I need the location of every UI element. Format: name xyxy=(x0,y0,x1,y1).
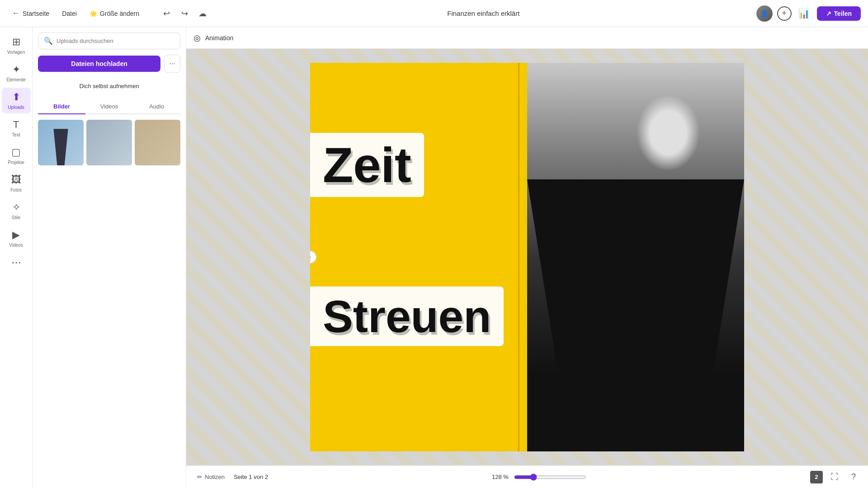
sidebar-label-projekte: Projekte xyxy=(8,160,24,165)
redo-icon: ↪ xyxy=(181,9,188,19)
back-button[interactable]: ← Startseite xyxy=(7,6,54,21)
plus-icon: + xyxy=(782,9,787,18)
cloud-save-button[interactable]: ☁ xyxy=(194,5,211,22)
sidebar-label-videos: Videos xyxy=(9,243,23,248)
sidebar-label-stile: Stile xyxy=(12,215,20,220)
sidebar-item-fotos[interactable]: 🖼 Fotos xyxy=(2,170,31,196)
search-icon: 🔍 xyxy=(44,37,53,45)
bottom-right: 2 ⛶ ? xyxy=(810,470,861,484)
back-label: Startseite xyxy=(23,10,49,17)
vertical-line xyxy=(518,63,519,451)
styles-icon: ✧ xyxy=(12,202,20,213)
media-tabs: Bilder Videos Audio xyxy=(38,99,180,114)
ellipsis-icon: ··· xyxy=(169,60,175,68)
canvas-page: Zeit Streuen ‹ xyxy=(186,49,868,465)
sidebar-label-vorlagen: Vorlagen xyxy=(7,50,25,55)
topbar: ← Startseite Datei 🌟 Größe ändern ↩ ↪ ☁ … xyxy=(0,0,868,27)
sidebar-label-uploads: Uploads xyxy=(8,105,24,110)
notizen-label: Notizen xyxy=(205,474,225,480)
topbar-right-actions: 👤 + 📊 ↗ Teilen xyxy=(756,5,861,22)
thumb-person-1 xyxy=(52,129,70,165)
help-button[interactable]: ? xyxy=(846,470,861,484)
undo-icon: ↩ xyxy=(163,9,170,19)
upload-row: Dateien hochladen ··· xyxy=(38,55,180,73)
videos-icon: ▶ xyxy=(12,229,20,241)
text-streuven: Streuen xyxy=(323,294,491,339)
resize-button[interactable]: 🌟 Größe ändern xyxy=(85,7,144,20)
canvas-area: ◎ Animation xyxy=(186,27,868,488)
topbar-tools: ↩ ↪ ☁ xyxy=(158,5,211,22)
add-collaborator-button[interactable]: + xyxy=(777,6,792,21)
animation-icon: ◎ xyxy=(193,33,201,43)
fullscreen-button[interactable]: ⛶ xyxy=(827,470,842,484)
more-icon: ⋯ xyxy=(11,257,21,268)
file-button[interactable]: Datei xyxy=(57,7,81,20)
tab-videos[interactable]: Videos xyxy=(85,99,133,114)
sidebar-item-uploads[interactable]: ⬆ Uploads xyxy=(2,88,31,113)
notizen-button[interactable]: ✏ Notizen xyxy=(193,472,228,482)
zoom-slider[interactable] xyxy=(514,474,586,481)
animation-bar: ◎ Animation xyxy=(186,27,868,49)
analytics-button[interactable]: 📊 xyxy=(796,5,812,22)
canvas-wrapper: Zeit Streuen ‹ xyxy=(186,49,868,465)
sidebar-item-elemente[interactable]: ✦ Elemente xyxy=(2,60,31,86)
zoom-percent: 128 % xyxy=(492,474,509,480)
sidebar-item-projekte[interactable]: ▢ Projekte xyxy=(2,143,31,169)
sidebar-label-elemente: Elemente xyxy=(6,77,25,82)
user-avatar[interactable]: 👤 xyxy=(756,5,773,22)
text-box-zeit[interactable]: Zeit xyxy=(310,133,424,197)
file-label: Datei xyxy=(62,10,77,17)
uploads-icon: ⬆ xyxy=(12,91,20,103)
page-count-badge: 2 xyxy=(810,471,823,483)
projects-icon: ▢ xyxy=(11,146,21,158)
image-thumb-2[interactable] xyxy=(86,120,132,165)
search-box: 🔍 xyxy=(38,33,180,49)
bottom-center: 128 % xyxy=(492,474,586,481)
avatar-image: 👤 xyxy=(756,5,773,22)
document-title: Finanzen einfach erklärt xyxy=(218,9,749,17)
resize-icon: 🌟 xyxy=(90,10,97,17)
text-zeit: Zeit xyxy=(323,140,411,190)
share-icon: ↗ xyxy=(826,10,831,17)
sidebar-item-vorlagen[interactable]: ⊞ Vorlagen xyxy=(2,33,31,58)
text-box-streuven[interactable]: Streuen xyxy=(310,286,504,346)
upload-more-button[interactable]: ··· xyxy=(164,55,180,73)
sidebar-item-text[interactable]: T Text xyxy=(2,115,31,141)
bar-chart-icon: 📊 xyxy=(798,8,810,19)
cloud-icon: ☁ xyxy=(198,9,207,19)
share-button[interactable]: ↗ Teilen xyxy=(817,6,861,21)
upload-button[interactable]: Dateien hochladen xyxy=(38,56,160,72)
page-info: Seite 1 von 2 xyxy=(234,474,268,480)
selfie-button[interactable]: Dich selbst aufnehmen xyxy=(38,78,180,94)
sidebar-item-more[interactable]: ⋯ xyxy=(2,253,31,272)
tab-bilder[interactable]: Bilder xyxy=(38,99,85,114)
share-label: Teilen xyxy=(834,10,852,17)
help-icon: ? xyxy=(851,472,856,482)
template-icon: ⊞ xyxy=(12,36,20,48)
person-image xyxy=(527,63,744,451)
image-thumb-1[interactable] xyxy=(38,120,84,165)
bottom-bar: ✏ Notizen Seite 1 von 2 128 % 2 ⛶ ? xyxy=(186,465,868,488)
image-grid xyxy=(38,120,180,165)
search-input[interactable] xyxy=(57,38,175,44)
icon-sidebar: ⊞ Vorlagen ✦ Elemente ⬆ Uploads T Text ▢… xyxy=(0,27,33,488)
sidebar-item-stile[interactable]: ✧ Stile xyxy=(2,198,31,224)
design-canvas[interactable]: Zeit Streuen ‹ xyxy=(310,63,744,451)
uploads-panel: 🔍 Dateien hochladen ··· Dich selbst aufn… xyxy=(33,27,186,488)
sidebar-label-text: Text xyxy=(12,132,20,137)
person-silhouette xyxy=(527,63,744,451)
back-icon: ← xyxy=(12,9,20,18)
tab-audio[interactable]: Audio xyxy=(133,99,180,114)
suit-layer xyxy=(527,179,744,451)
animation-label: Animation xyxy=(205,34,233,42)
sidebar-label-fotos: Fotos xyxy=(10,188,22,192)
image-thumb-3[interactable] xyxy=(135,120,180,165)
photos-icon: 🖼 xyxy=(11,174,21,186)
notes-icon: ✏ xyxy=(197,474,202,480)
undo-button[interactable]: ↩ xyxy=(158,5,175,22)
bottom-left: ✏ Notizen Seite 1 von 2 xyxy=(193,472,268,482)
sidebar-item-videos[interactable]: ▶ Videos xyxy=(2,225,31,251)
text-icon: T xyxy=(13,119,19,131)
main-layout: ⊞ Vorlagen ✦ Elemente ⬆ Uploads T Text ▢… xyxy=(0,27,868,488)
redo-button[interactable]: ↪ xyxy=(176,5,193,22)
